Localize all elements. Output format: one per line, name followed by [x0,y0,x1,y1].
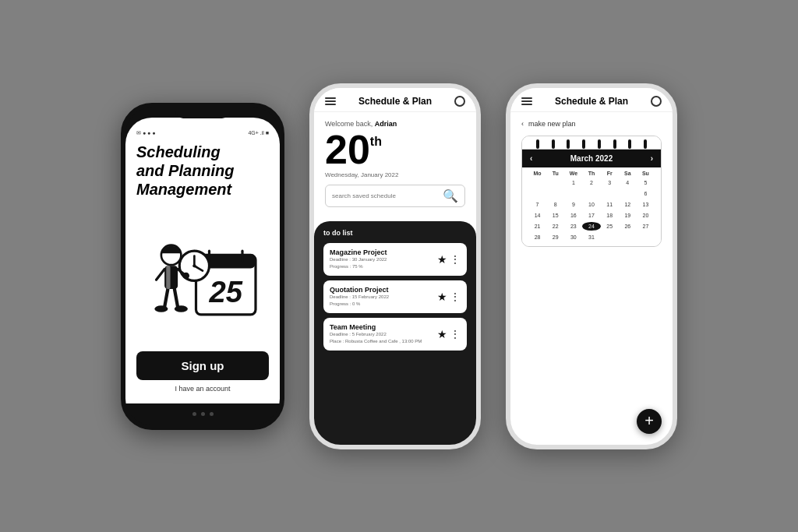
cal-day[interactable] [528,178,546,187]
have-account-link[interactable]: I have an account [175,385,230,393]
menu-icon[interactable] [325,97,336,105]
phone-2: Schedule & Plan Welcome back, Adrian 20 … [309,83,481,449]
ring [582,139,585,149]
hero-text: Scheduling and Planning Management [136,143,269,199]
cal-day[interactable]: 5 [637,178,655,187]
illustration: 25 [136,205,269,347]
cal-day[interactable]: 6 [637,189,655,198]
prev-month-icon[interactable]: ‹ [530,154,532,163]
cal-day[interactable]: 15 [546,211,564,220]
todo-deadline: Deadline : 15 February 2022 [330,294,437,301]
svg-text:25: 25 [208,275,242,308]
cal-day[interactable]: 17 [582,211,600,220]
cal-day[interactable]: 19 [619,211,637,220]
ring [567,139,570,149]
ring [628,139,631,149]
cal-day[interactable]: 20 [637,211,655,220]
dot [201,412,205,416]
calendar-header: ‹ March 2022 › [522,150,661,167]
cal-day[interactable]: 16 [564,211,582,220]
ring [552,139,555,149]
back-nav[interactable]: ‹ make new plan [521,120,662,128]
back-label: make new plan [528,120,576,128]
cal-day[interactable]: 31 [582,233,600,241]
status-right: 4G+ .il ■ [248,130,269,136]
cal-day[interactable]: 29 [546,233,564,241]
search-bar[interactable]: 🔍 [325,185,465,207]
cal-day[interactable]: 14 [528,211,546,220]
status-bar: ✉ ● ● ● 4G+ .il ■ [136,130,269,136]
cal-day[interactable]: 18 [601,211,619,220]
cal-day[interactable]: 9 [564,200,582,209]
todo-deadline: Deadline : 30 January 2022 [330,256,437,263]
signup-button[interactable]: Sign up [136,351,269,380]
calendar-month-label: March 2022 [570,154,613,163]
search-input[interactable] [332,192,443,199]
app-title: Schedule & Plan [555,96,628,107]
ring [613,139,616,149]
cal-day[interactable]: 7 [528,200,546,209]
ring [598,139,601,149]
cal-day[interactable]: 8 [546,200,564,209]
day-header-sa: Sa [619,171,637,176]
more-icon[interactable]: ⋮ [450,291,461,302]
cal-day[interactable]: 3 [601,178,619,187]
welcome-text: Welcome back, Adrian [325,120,465,128]
cal-day[interactable]: 25 [601,222,619,231]
day-header-th: Th [582,171,600,176]
dot [210,412,214,416]
star-icon[interactable]: ★ [437,328,447,340]
cal-day[interactable]: 2 [582,178,600,187]
svg-point-17 [175,305,188,312]
cal-day[interactable]: 23 [564,222,582,231]
cal-day[interactable]: 10 [582,200,600,209]
profile-icon[interactable] [651,96,662,107]
todo-title: Magazine Project [330,248,437,256]
svg-point-16 [154,305,168,312]
cal-day[interactable]: 12 [619,200,637,209]
add-plan-button[interactable]: + [637,409,662,434]
day-header-fr: Fr [601,171,619,176]
cal-day[interactable]: 11 [601,200,619,209]
phone-2-header: Schedule & Plan [314,88,476,112]
cal-day[interactable] [546,178,564,187]
back-arrow-icon: ‹ [521,120,524,128]
star-icon[interactable]: ★ [437,291,447,303]
cal-day[interactable]: 21 [528,222,546,231]
todo-progress: Progress : 0 % [330,301,437,308]
todo-title: Quotation Project [330,286,437,294]
cal-day[interactable]: 1 [564,178,582,187]
cal-day[interactable]: 27 [637,222,655,231]
cal-day[interactable]: 28 [528,233,546,241]
next-month-icon[interactable]: › [651,154,653,163]
profile-icon[interactable] [454,96,465,107]
todo-item-meeting: Team Meeting Deadline : 5 February 2022 … [323,318,467,351]
phone-3-header: Schedule & Plan [510,88,673,112]
day-header-mo: Mo [528,171,546,176]
menu-icon[interactable] [521,97,532,105]
app-title: Schedule & Plan [358,96,432,107]
cal-day[interactable]: 13 [637,200,655,209]
phone-3-body: ‹ make new plan ‹ March 2022 › [510,112,673,445]
star-icon[interactable]: ★ [437,253,447,266]
cal-day[interactable]: 30 [564,233,582,241]
cal-day[interactable]: 26 [619,222,637,231]
svg-point-8 [192,264,196,267]
more-icon[interactable]: ⋮ [450,329,461,340]
cal-day-today[interactable]: 24 [582,222,600,231]
day-header-tu: Tu [546,171,564,176]
bottom-bar [125,403,280,425]
more-icon[interactable]: ⋮ [450,254,461,265]
svg-point-13 [183,272,190,279]
phone-2-body: Welcome back, Adrian 20 th Wednesday, Ja… [314,112,476,445]
todo-item-quotation: Quotation Project Deadline : 15 February… [323,280,467,313]
dot [192,412,196,416]
cal-day[interactable]: 22 [546,222,564,231]
calendar: ‹ March 2022 › Mo Tu We Th Fr Sa Su [521,136,662,247]
phone-1-screen: ✉ ● ● ● 4G+ .il ■ Scheduling and Plannin… [125,118,280,403]
date-label: Wednesday, January 2022 [325,171,465,178]
cal-day[interactable]: 4 [619,178,637,187]
todo-label: to do list [323,229,467,237]
day-headers: Mo Tu We Th Fr Sa Su [528,171,655,176]
ring [536,139,539,149]
